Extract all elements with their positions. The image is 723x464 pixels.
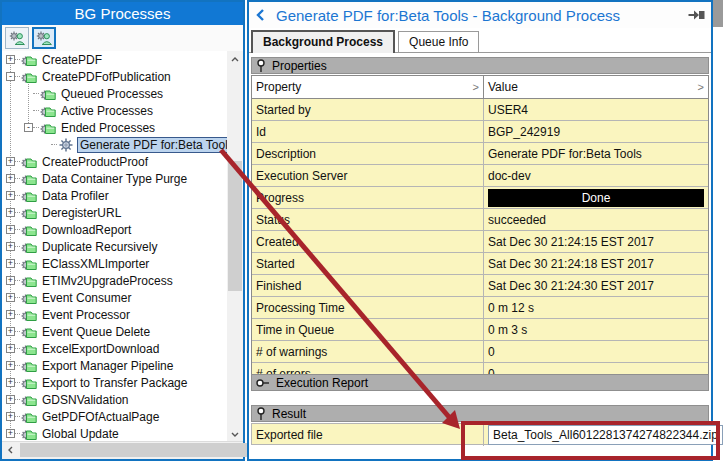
tree-item[interactable]: +ETIMv2UpgradeProcess <box>2 272 243 289</box>
column-header-property[interactable]: Property> <box>252 76 484 98</box>
table-header-row: Property> Value> <box>252 76 708 99</box>
tree-item[interactable]: +CreateProductProof <box>2 153 243 170</box>
value-cell: Beta_Tools_All6012281374274822344.zip <box>484 424 723 446</box>
table-row[interactable]: Execution Serverdoc-dev <box>252 165 708 187</box>
value-cell: 0 m 3 s <box>484 319 708 340</box>
chevron-left-icon <box>6 445 15 455</box>
tree-connector <box>15 314 20 315</box>
tree-item-label: Event Processor <box>40 308 132 322</box>
tree-item[interactable]: +Duplicate Recursively <box>2 238 243 255</box>
table-row[interactable]: Started byUSER4 <box>252 99 708 121</box>
process-folder-icon <box>21 426 37 442</box>
exported-file-value[interactable]: Beta_Tools_All6012281374274822344.zip <box>488 425 723 445</box>
scroll-left-button[interactable] <box>2 442 18 458</box>
tree-item[interactable]: +ExcelExportDownload <box>2 340 243 357</box>
expander-icon[interactable]: + <box>6 191 15 200</box>
tab-queue-info[interactable]: Queue Info <box>398 31 479 52</box>
process-folder-icon <box>21 307 37 323</box>
tree-item[interactable]: +Export Manager Pipeline <box>2 357 243 374</box>
sort-indicator-icon[interactable]: > <box>473 81 479 93</box>
expander-icon[interactable]: + <box>6 259 15 268</box>
section-header-properties[interactable]: Properties <box>251 57 709 74</box>
tree-item-label: ExcelExportDownload <box>40 342 161 356</box>
expander-icon[interactable]: + <box>6 429 15 438</box>
show-all-processes-button[interactable] <box>32 27 56 49</box>
column-header-value[interactable]: Value> <box>484 76 708 98</box>
tree-item-label: DeregisterURL <box>40 206 123 220</box>
pin-icon[interactable] <box>688 9 705 21</box>
process-folder-icon <box>21 52 37 68</box>
expander-icon[interactable]: + <box>6 208 15 217</box>
value-cell: succeeded <box>484 209 708 230</box>
table-row[interactable]: # of warnings0 <box>252 341 708 363</box>
scrollbar-thumb[interactable] <box>228 161 242 291</box>
tree-connector <box>15 195 20 196</box>
expander-icon[interactable]: + <box>6 157 15 166</box>
tree-item[interactable]: +Export to Transfer Package <box>2 374 243 391</box>
expander-icon[interactable]: + <box>6 361 15 370</box>
table-row[interactable]: CreatedSat Dec 30 21:24:15 EST 2017 <box>252 231 708 253</box>
tree-item[interactable]: +DeregisterURL <box>2 204 243 221</box>
tree-item-label: Export to Transfer Package <box>40 376 189 390</box>
back-chevron-icon[interactable] <box>255 8 266 22</box>
tree-item[interactable]: +Event Processor <box>2 306 243 323</box>
expander-icon[interactable]: - <box>24 123 33 132</box>
column-label: Property <box>256 80 473 94</box>
table-row[interactable]: Processing Time0 m 12 s <box>252 297 708 319</box>
expander-icon[interactable]: + <box>6 55 15 64</box>
tree-item[interactable]: +Data Profiler <box>2 187 243 204</box>
table-row[interactable]: Statussucceeded <box>252 209 708 231</box>
expander-icon[interactable]: + <box>6 344 15 353</box>
sort-indicator-icon[interactable]: > <box>698 81 704 93</box>
horizontal-scrollbar[interactable] <box>2 441 243 459</box>
property-cell: Id <box>252 121 484 142</box>
vertical-scrollbar[interactable] <box>227 51 243 442</box>
process-user-gear-icon <box>36 30 52 46</box>
section-header-execution-report[interactable]: Execution Report <box>251 374 709 391</box>
table-row[interactable]: DescriptionGenerate PDF for:Beta Tools <box>252 143 708 165</box>
process-folder-icon <box>21 409 37 425</box>
table-row[interactable]: FinishedSat Dec 30 21:24:30 EST 2017 <box>252 275 708 297</box>
tree-item[interactable]: -CreatePDFofPublication <box>2 68 243 85</box>
property-cell: # of warnings <box>252 341 484 362</box>
pin-vertical-icon <box>256 407 266 421</box>
value-cell: USER4 <box>484 99 708 120</box>
tree-item[interactable]: +DownloadReport <box>2 221 243 238</box>
expander-icon[interactable]: + <box>6 242 15 251</box>
expander-icon[interactable]: + <box>6 395 15 404</box>
expander-icon[interactable]: - <box>6 72 15 81</box>
expander-icon[interactable]: + <box>6 412 15 421</box>
tree-item[interactable]: +Event Queue Delete <box>2 323 243 340</box>
tree-item-label: CreateProductProof <box>40 155 150 169</box>
expander-icon[interactable]: + <box>6 378 15 387</box>
tree-item[interactable]: +GetPDFOfActualPage <box>2 408 243 425</box>
tree-item-label: Data Container Type Purge <box>40 172 189 186</box>
tree-item[interactable]: +GDSNValidation <box>2 391 243 408</box>
table-row[interactable]: Time in Queue0 m 3 s <box>252 319 708 341</box>
tree-item-selected[interactable]: Generate PDF for:Beta Tools <box>2 136 243 153</box>
expander-icon[interactable]: + <box>6 327 15 336</box>
tree-connector <box>15 76 20 77</box>
section-header-result[interactable]: Result <box>251 405 709 422</box>
expander-icon[interactable]: + <box>6 276 15 285</box>
scroll-up-button[interactable] <box>227 51 243 67</box>
table-row-progress[interactable]: ProgressDone <box>252 187 708 209</box>
expander-icon[interactable]: + <box>6 310 15 319</box>
tab-background-process[interactable]: Background Process <box>251 30 395 53</box>
expander-icon[interactable]: + <box>6 225 15 234</box>
tree-item-label: CreatePDF <box>40 53 104 67</box>
tree-item[interactable]: Active Processes <box>2 102 243 119</box>
tree-item[interactable]: +Global Update <box>2 425 243 442</box>
tree-item[interactable]: +Event Consumer <box>2 289 243 306</box>
tree-item[interactable]: +CreatePDF <box>2 51 243 68</box>
expander-icon[interactable]: + <box>6 174 15 183</box>
tree-item[interactable]: +EClassXMLImporter <box>2 255 243 272</box>
table-row[interactable]: StartedSat Dec 30 21:24:18 EST 2017 <box>252 253 708 275</box>
scroll-down-button[interactable] <box>227 426 243 442</box>
show-my-processes-button[interactable] <box>5 27 29 49</box>
expander-icon[interactable]: + <box>6 293 15 302</box>
tree-item[interactable]: Queued Processes <box>2 85 243 102</box>
table-row[interactable]: IdBGP_242919 <box>252 121 708 143</box>
tree-item[interactable]: -Ended Processes <box>2 119 243 136</box>
tree-item[interactable]: +Data Container Type Purge <box>2 170 243 187</box>
